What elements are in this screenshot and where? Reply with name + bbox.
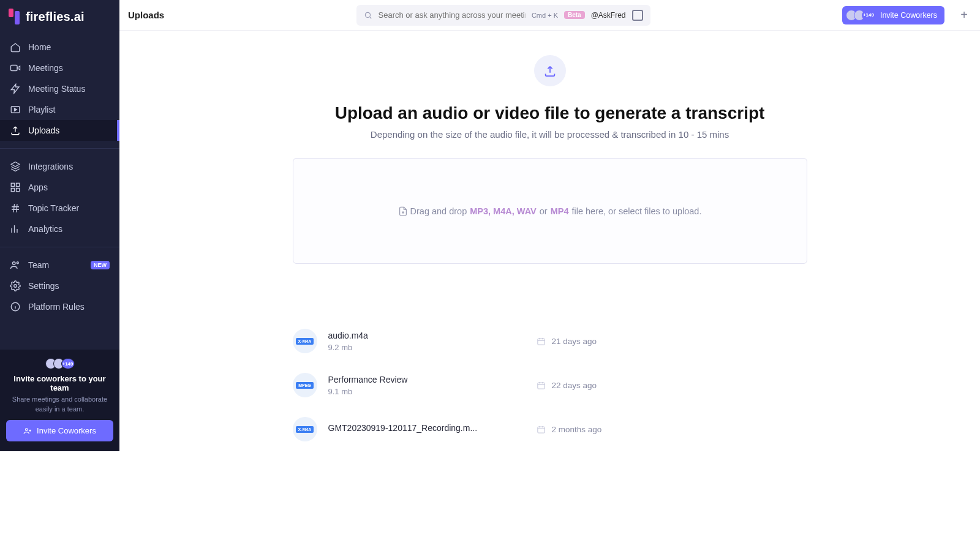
dropzone-text-or: or [540, 206, 548, 216]
sidebar-item-meeting-status[interactable]: Meeting Status [0, 78, 119, 99]
header-invite-label: Invite Coworkers [880, 11, 937, 20]
svg-rect-14 [537, 427, 544, 433]
search-icon [364, 11, 372, 20]
file-date: 21 days ago [537, 337, 597, 346]
page-title: Uploads [128, 10, 164, 20]
file-type-chip: X-M4A [293, 417, 317, 441]
svg-rect-4 [11, 189, 14, 192]
stop-icon[interactable] [632, 10, 643, 21]
file-type-chip: X-M4A [293, 329, 317, 353]
sidebar-item-meetings[interactable]: Meetings [0, 58, 119, 78]
sidebar-item-label: Meeting Status [28, 84, 85, 94]
invite-title: Invite coworkers to your team [6, 374, 113, 392]
hash-icon [10, 203, 21, 214]
invite-coworkers-button[interactable]: Invite Coworkers [6, 420, 113, 441]
file-name: audio.m4a [328, 331, 537, 340]
video-icon [10, 62, 21, 73]
invite-coworkers-card: +149 Invite coworkers to your team Share… [0, 350, 119, 451]
info-icon [10, 301, 21, 312]
sidebar-item-playlist[interactable]: Playlist [0, 99, 119, 120]
keyboard-shortcut: Cmd + K [532, 12, 558, 19]
dropzone-formats-audio: MP3, M4A, WAV [470, 206, 537, 216]
svg-rect-13 [537, 383, 544, 389]
layers-icon [10, 161, 21, 172]
grid-icon [10, 182, 21, 193]
add-button[interactable]: + [957, 8, 971, 23]
sidebar-item-analytics[interactable]: Analytics [0, 219, 119, 239]
topbar: Uploads Cmd + K Beta @AskFred +149 Invit… [119, 0, 980, 31]
upload-dropzone[interactable]: Drag and drop MP3, M4A, WAV or MP4 file … [293, 158, 807, 264]
avatar-overflow-count: +149 [61, 358, 75, 369]
sidebar-item-settings[interactable]: Settings [0, 276, 119, 296]
invite-description: Share meetings and collaborate easily in… [6, 395, 113, 414]
calendar-icon [537, 381, 546, 390]
sidebar-item-platform-rules[interactable]: Platform Rules [0, 296, 119, 317]
beta-badge: Beta [564, 11, 585, 19]
svg-point-8 [14, 285, 17, 288]
upload-headline: Upload an audio or video file to generat… [335, 103, 765, 123]
global-search[interactable]: Cmd + K Beta @AskFred [356, 5, 650, 26]
sidebar-item-label: Team [28, 260, 49, 270]
sidebar-item-label: Apps [28, 182, 48, 192]
sidebar: fireflies.ai Home Meetings Meeting Statu… [0, 0, 119, 451]
main: Uploads Cmd + K Beta @AskFred +149 Invit… [119, 0, 980, 451]
sidebar-item-label: Settings [28, 281, 59, 291]
sidebar-item-apps[interactable]: Apps [0, 177, 119, 198]
file-type-chip: MPEG [293, 373, 317, 397]
dropzone-text-pre: Drag and drop [410, 206, 467, 216]
svg-point-10 [26, 428, 28, 430]
sidebar-item-label: Integrations [28, 162, 73, 171]
upload-icon [543, 64, 557, 78]
file-date: 22 days ago [537, 381, 597, 390]
logo-mark-icon [9, 9, 20, 24]
divider [0, 148, 119, 149]
svg-rect-2 [11, 183, 14, 186]
svg-point-11 [365, 12, 370, 17]
sidebar-item-team[interactable]: Team NEW [0, 255, 119, 276]
avatar-overflow-count: +149 [862, 10, 875, 21]
calendar-icon [537, 337, 546, 346]
sidebar-item-integrations[interactable]: Integrations [0, 156, 119, 177]
svg-rect-5 [17, 189, 20, 192]
file-size: 9.2 mb [328, 343, 537, 352]
divider [0, 247, 119, 247]
sidebar-item-label: Playlist [28, 105, 55, 114]
svg-rect-12 [537, 339, 544, 345]
upload-row[interactable]: X-M4A GMT20230919-120117_Recording.m... … [293, 407, 807, 451]
sidebar-item-label: Uploads [28, 126, 59, 135]
new-badge: NEW [91, 261, 110, 269]
header-invite-button[interactable]: +149 Invite Coworkers [842, 6, 944, 24]
brand-name: fireflies.ai [26, 10, 85, 24]
search-input[interactable] [379, 10, 526, 20]
file-size: 9.1 mb [328, 387, 537, 396]
file-name: Performance Review [328, 375, 537, 384]
gear-icon [10, 280, 21, 291]
upload-subhead: Depending on the size of the audio file,… [371, 129, 729, 140]
upload-row[interactable]: X-M4A audio.m4a 9.2 mb 21 days ago [293, 319, 807, 363]
upload-hero-icon [534, 55, 566, 86]
home-icon [10, 42, 21, 53]
bars-icon [10, 223, 21, 234]
file-date: 2 months ago [537, 425, 602, 434]
upload-icon [10, 125, 21, 136]
sidebar-item-uploads[interactable]: Uploads [0, 120, 119, 141]
person-plus-icon [23, 427, 32, 435]
upload-list: X-M4A audio.m4a 9.2 mb 21 days ago MPEG … [293, 319, 807, 451]
askfred-handle: @AskFred [591, 11, 626, 20]
svg-rect-3 [17, 183, 20, 186]
sidebar-item-home[interactable]: Home [0, 37, 119, 58]
calendar-icon [537, 425, 546, 434]
sidebar-item-topic-tracker[interactable]: Topic Tracker [0, 198, 119, 219]
content: Upload an audio or video file to generat… [119, 31, 980, 451]
avatar-stack: +149 [6, 358, 113, 369]
brand-logo[interactable]: fireflies.ai [0, 0, 119, 33]
bolt-icon [10, 83, 21, 94]
upload-row[interactable]: MPEG Performance Review 9.1 mb 22 days a… [293, 363, 807, 407]
file-name: GMT20230919-120117_Recording.m... [328, 423, 537, 433]
file-plus-icon [398, 206, 408, 216]
sidebar-item-label: Analytics [28, 224, 62, 234]
sidebar-item-label: Topic Tracker [28, 203, 79, 213]
people-icon [10, 260, 21, 271]
sidebar-item-label: Home [28, 42, 51, 52]
svg-point-6 [13, 262, 16, 265]
